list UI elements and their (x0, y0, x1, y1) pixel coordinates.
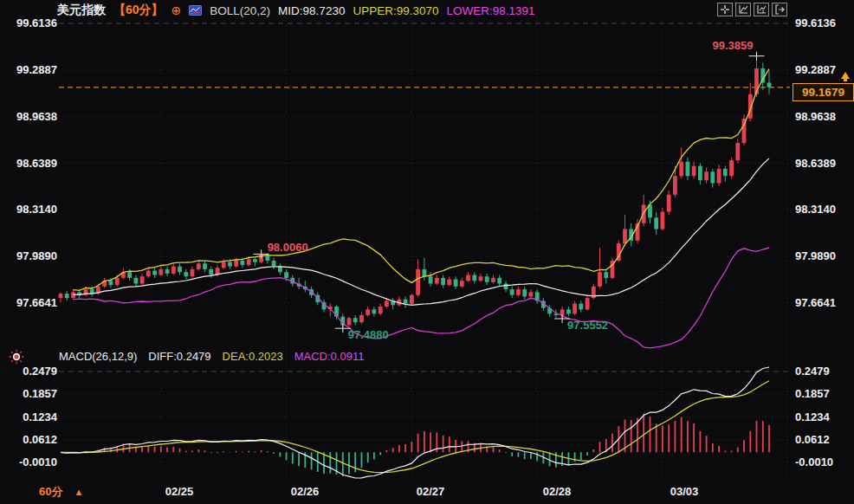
candlestick-chart-canvas[interactable] (0, 0, 854, 504)
price-axis-label-left: 97.6641 (0, 296, 58, 310)
price-up-arrow-icon (841, 72, 850, 79)
macd-axis-label-right: 0.0612 (795, 433, 854, 447)
indicator-alert-icon[interactable] (8, 348, 25, 369)
price-axis-label-left: 99.2887 (0, 63, 58, 77)
macd-axis-label-left: 0.1857 (0, 387, 58, 401)
macd-axis-label-right: 0.1857 (795, 387, 854, 401)
date-axis-label: 02/28 (529, 485, 585, 498)
last-price-tag: 99.1679 (793, 83, 854, 101)
date-axis-label: 02/25 (152, 485, 207, 498)
price-annotation: 97.5552 (567, 319, 608, 332)
macd-axis-label-right: -0.0010 (795, 456, 854, 469)
kline-chart-icon[interactable] (189, 5, 202, 16)
symbol-name: 美元指数 (57, 3, 106, 18)
period-selector[interactable]: 60分 ▲ (39, 484, 83, 500)
chart-header: 美元指数 【60分】 ⊕ BOLL(20,2) MID:98.7230 UPPE… (57, 2, 535, 19)
period-badge[interactable]: 【60分】 (113, 3, 164, 18)
price-axis-label-left: 98.6389 (0, 157, 58, 171)
zoom-range-right-icon[interactable] (754, 3, 769, 16)
price-axis-label-right: 98.9638 (795, 110, 854, 124)
price-axis-label-right: 98.6389 (795, 157, 854, 171)
price-axis-label-right: 97.9890 (795, 249, 854, 263)
price-axis-label-right: 99.6136 (795, 16, 854, 30)
period-selector-label[interactable]: 60分 (39, 484, 62, 500)
exit-fullscreen-icon[interactable] (772, 3, 787, 16)
trading-chart-window: 美元指数 【60分】 ⊕ BOLL(20,2) MID:98.7230 UPPE… (0, 0, 854, 504)
boll-mid-value: MID:98.7230 (278, 4, 345, 17)
price-axis-label-left: 98.9638 (0, 110, 58, 124)
date-axis-label: 02/26 (277, 485, 333, 498)
boll-upper-line (74, 69, 770, 291)
price-axis-label-left: 97.9890 (0, 249, 58, 263)
macd-macd-value: MACD:0.0911 (294, 350, 365, 363)
macd-axis-label-left: 0.0612 (0, 433, 58, 447)
date-axis-label: 02/27 (403, 485, 458, 498)
price-axis-label-right: 97.6641 (795, 296, 854, 310)
price-annotation: 98.0060 (268, 241, 308, 254)
macd-axis-label-left: -0.0010 (0, 456, 58, 469)
add-indicator-icon[interactable]: ⊕ (171, 4, 182, 16)
macd-params-label: MACD(26,12,9) (59, 350, 137, 363)
macd-axis-label-left: 0.1234 (0, 410, 58, 424)
macd-axis-label-right: 0.1234 (795, 410, 854, 424)
macd-panel-header: MACD(26,12,9) DIFF:0.2479 DEA:0.2023 MAC… (59, 350, 364, 363)
macd-diff-value: DIFF:0.2479 (148, 350, 210, 363)
boll-indicator-label: BOLL(20,2) (210, 4, 270, 17)
price-axis-label-left: 99.6136 (0, 16, 58, 30)
price-axis-label-left: 98.3140 (0, 203, 58, 216)
boll-lower-value: LOWER:98.1391 (446, 4, 534, 17)
macd-axis-label-right: 0.2479 (795, 365, 854, 378)
price-annotation: 97.4880 (348, 328, 389, 341)
boll-upper-value: UPPER:99.3070 (353, 4, 438, 17)
boll-mid-line (74, 158, 770, 306)
date-axis-label: 03/03 (657, 485, 712, 498)
candles-layer (59, 56, 772, 329)
period-up-triangle-icon: ▲ (74, 487, 83, 497)
extreme-marker (749, 52, 765, 61)
price-axis-label-right: 98.3140 (795, 203, 854, 216)
price-annotation: 99.3859 (702, 39, 754, 52)
chart-toolbar (717, 3, 787, 16)
zoom-range-left-icon[interactable] (735, 3, 751, 16)
macd-dea-value: DEA:0.2023 (223, 350, 283, 363)
pan-crosshair-icon[interactable] (717, 3, 733, 16)
